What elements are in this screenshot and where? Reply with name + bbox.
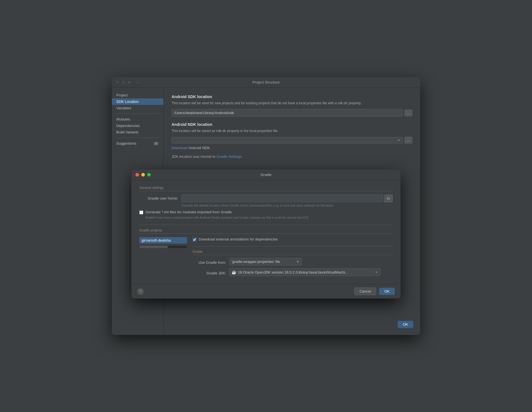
gradle-maximize-button[interactable] xyxy=(147,173,151,177)
android-sdk-desc: This location will be used for new proje… xyxy=(172,101,412,106)
gradle-jdk-select[interactable]: ☕ 18 Oracle OpenJDK version 18.0.2 /Libr… xyxy=(229,268,380,276)
project-structure-window: ← → Project Structure Project SDK Locati… xyxy=(112,77,420,335)
gradle-user-home-label: Gradle user home: xyxy=(139,195,181,200)
use-gradle-from-row: Use Gradle from: 'gradle-wrapper.propert… xyxy=(193,258,393,265)
sidebar-group-mid: Modules Dependencies Build Variants xyxy=(112,116,163,135)
close-button[interactable] xyxy=(116,80,119,84)
sidebar-item-sdk-location[interactable]: SDK Location xyxy=(112,98,163,105)
gradle-section-separator xyxy=(193,246,393,246)
gradle-dialog[interactable]: Gradle General settings Gradle user home… xyxy=(131,170,401,299)
gradle-user-home-row: Gradle user home: 🗀 Override the default… xyxy=(139,195,393,208)
generate-iml-hint: Enable if you have a mixed project with … xyxy=(145,216,393,220)
generate-iml-label[interactable]: Generate *.iml files for modules importe… xyxy=(145,210,232,214)
sidebar-divider-2 xyxy=(116,138,159,138)
gradle-footer: ? Cancel OK xyxy=(131,284,401,298)
generate-iml-section: Generate *.iml files for modules importe… xyxy=(139,210,393,220)
gradle-settings-link[interactable]: Gradle Settings. xyxy=(216,154,242,159)
window-title: Project Structure xyxy=(253,80,280,84)
sidebar-divider xyxy=(116,114,159,114)
download-annotations-row: Download external annotations for depend… xyxy=(193,237,393,242)
sidebar-item-suggestions[interactable]: Suggestions 8 xyxy=(112,140,163,147)
gradle-projects-section: Gradle projects girnarsoft-dealsha xyxy=(139,228,393,278)
scrollbar-thumb xyxy=(139,246,168,248)
android-ndk-desc: This location will be saved as ndk.dir p… xyxy=(172,128,412,133)
gradle-jdk-value: 18 Oracle OpenJDK version 18.0.2 /Librar… xyxy=(238,270,373,274)
android-sdk-browse-button[interactable]: ... xyxy=(404,110,412,116)
projects-scrollbar[interactable] xyxy=(139,246,187,248)
gradle-user-home-browse[interactable]: 🗀 xyxy=(384,195,393,202)
window-nav: ← → xyxy=(126,79,141,85)
sidebar-item-project[interactable]: Project xyxy=(112,92,163,98)
sidebar-group-top: Project SDK Location Variables xyxy=(112,92,163,111)
download-ndk-suffix: Android NDK. xyxy=(188,146,211,150)
use-gradle-from-label: Use Gradle from: xyxy=(193,259,229,265)
gradle-dialog-title: Gradle xyxy=(260,173,271,177)
gradle-subsection-label: Gradle xyxy=(193,250,393,255)
android-sdk-title: Android SDK location xyxy=(172,94,412,99)
gradle-titlebar: Gradle xyxy=(131,170,401,180)
android-ndk-title: Android NDK location xyxy=(172,122,412,127)
projects-list: girnarsoft-dealsha xyxy=(139,237,187,278)
generate-iml-row: Generate *.iml files for modules importe… xyxy=(139,210,393,214)
help-button[interactable]: ? xyxy=(137,288,144,295)
download-annotations-checkbox[interactable] xyxy=(193,238,196,242)
project-structure-titlebar: ← → Project Structure xyxy=(112,77,420,88)
gradle-jdk-chevron: ▼ xyxy=(375,271,378,274)
use-gradle-from-select[interactable]: 'gradle-wrapper.properties' file Specifi… xyxy=(229,258,302,265)
general-settings-section: General settings Gradle user home: 🗀 Ove… xyxy=(139,186,393,220)
gradle-minimize-button[interactable] xyxy=(141,173,145,177)
jdk-notice: JDK location was moved to Gradle Setting… xyxy=(172,154,412,159)
suggestions-badge: 8 xyxy=(153,142,159,145)
sidebar-item-dependencies[interactable]: Dependencies xyxy=(112,122,163,129)
minimize-button[interactable] xyxy=(122,80,125,84)
java-icon: ☕ xyxy=(232,270,236,274)
android-ndk-dropdown[interactable]: ▼ xyxy=(172,137,403,143)
android-ndk-browse-button[interactable]: ... xyxy=(404,137,412,143)
gradle-user-home-input[interactable] xyxy=(181,195,383,202)
use-gradle-from-select-wrapper: 'gradle-wrapper.properties' file Specifi… xyxy=(229,258,302,265)
gradle-close-button[interactable] xyxy=(135,173,139,177)
gradle-jdk-row: Gradle JDK: ☕ 18 Oracle OpenJDK version … xyxy=(193,268,393,276)
main-ok-button[interactable]: OK xyxy=(397,321,413,328)
download-ndk-row: Download Android NDK. xyxy=(172,146,412,150)
gradle-projects-content: girnarsoft-dealsha Download external ann… xyxy=(139,237,393,278)
gradle-projects-label: Gradle projects xyxy=(139,228,393,234)
ok-button[interactable]: OK xyxy=(379,288,395,295)
sidebar-item-variables[interactable]: Variables xyxy=(112,105,163,111)
download-annotations-label[interactable]: Download external annotations for depend… xyxy=(199,237,278,241)
section-separator xyxy=(139,225,393,225)
download-ndk-link[interactable]: Download xyxy=(172,146,188,150)
android-sdk-input-row: ... xyxy=(172,109,412,117)
generate-iml-checkbox[interactable] xyxy=(139,210,143,214)
cancel-button[interactable]: Cancel xyxy=(354,288,376,295)
back-arrow[interactable]: ← xyxy=(126,79,133,85)
gradle-jdk-label: Gradle JDK: xyxy=(193,269,229,275)
projects-right: Download external annotations for depend… xyxy=(193,237,393,278)
gradle-traffic-lights xyxy=(135,173,151,177)
sidebar-item-modules[interactable]: Modules xyxy=(112,116,163,122)
gradle-user-home-hint: Override the default location where Grad… xyxy=(181,203,393,208)
android-ndk-input-row: ▼ ... xyxy=(172,137,412,143)
android-sdk-input[interactable] xyxy=(172,109,403,117)
forward-arrow[interactable]: → xyxy=(134,79,141,85)
sidebar-item-build-variants[interactable]: Build Variants xyxy=(112,129,163,135)
gradle-body: General settings Gradle user home: 🗀 Ove… xyxy=(131,180,401,284)
footer-buttons: Cancel OK xyxy=(354,288,395,295)
general-settings-label: General settings xyxy=(139,186,393,191)
gradle-user-home-field: 🗀 Override the default location where Gr… xyxy=(181,195,393,208)
chevron-down-icon: ▼ xyxy=(397,139,400,142)
project-list-item[interactable]: girnarsoft-dealsha xyxy=(139,237,187,244)
